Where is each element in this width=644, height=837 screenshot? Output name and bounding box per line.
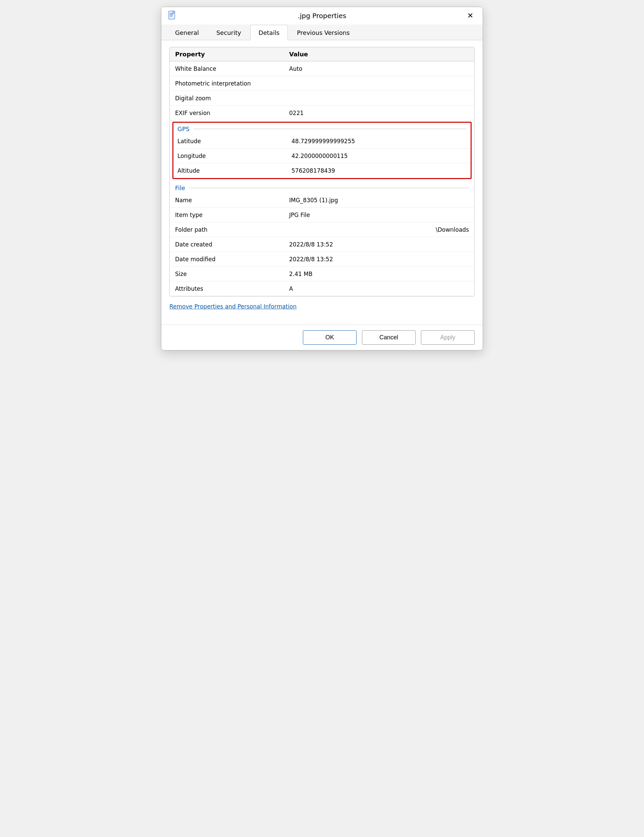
table-row: Attributes A bbox=[170, 281, 474, 296]
tab-details[interactable]: Details bbox=[250, 25, 288, 40]
row-label: Latitude bbox=[177, 138, 291, 144]
table-row: Item type JPG File bbox=[170, 208, 474, 222]
table-row: Size 2.41 MB bbox=[170, 267, 474, 281]
tabs-bar: General Security Details Previous Versio… bbox=[161, 25, 483, 40]
table-row: Longitude 42.2000000000115 bbox=[173, 149, 471, 163]
tab-general[interactable]: General bbox=[167, 25, 207, 40]
remove-properties-link[interactable]: Remove Properties and Personal Informati… bbox=[169, 303, 297, 310]
row-value: JPG File bbox=[289, 212, 469, 218]
gps-section-header: GPS bbox=[173, 123, 471, 134]
cancel-button[interactable]: Cancel bbox=[362, 330, 416, 345]
table-row: White Balance Auto bbox=[170, 61, 474, 76]
table-row: Digital zoom bbox=[170, 91, 474, 106]
gps-section-label: GPS bbox=[177, 125, 467, 133]
apply-button[interactable]: Apply bbox=[421, 330, 475, 345]
table-header: Property Value bbox=[170, 47, 474, 61]
title-bar: .jpg Properties ✕ bbox=[161, 7, 483, 25]
dialog-title: .jpg Properties bbox=[298, 12, 347, 20]
table-row: EXIF version 0221 bbox=[170, 106, 474, 120]
row-value: 2022/8/8 13:52 bbox=[289, 241, 469, 248]
file-section-label: File bbox=[175, 184, 469, 192]
row-label: Date modified bbox=[175, 256, 289, 263]
row-label: Item type bbox=[175, 212, 289, 218]
properties-dialog: .jpg Properties ✕ General Security Detai… bbox=[161, 7, 483, 350]
table-row: Name IMG_8305 (1).jpg bbox=[170, 193, 474, 208]
row-label: White Balance bbox=[175, 66, 289, 72]
table-row: Photometric interpretation bbox=[170, 76, 474, 91]
gps-section-highlight: GPS Latitude 48.729999999999255 Longitud… bbox=[172, 122, 472, 179]
file-icon bbox=[168, 10, 179, 21]
table-row: Folder path \Downloads bbox=[170, 222, 474, 237]
row-value: 48.729999999999255 bbox=[291, 138, 467, 144]
table-row: Altitude 576208178439 bbox=[173, 163, 471, 178]
row-label: Date created bbox=[175, 241, 289, 248]
file-section-header: File bbox=[170, 181, 474, 193]
row-label: Size bbox=[175, 271, 289, 277]
tab-previous-versions[interactable]: Previous Versions bbox=[288, 25, 358, 40]
row-label: Folder path bbox=[175, 226, 289, 233]
table-row: Latitude 48.729999999999255 bbox=[173, 134, 471, 149]
svg-rect-3 bbox=[170, 16, 172, 16]
properties-table: Property Value White Balance Auto Photom… bbox=[169, 47, 475, 297]
row-label: Longitude bbox=[177, 153, 291, 159]
svg-rect-2 bbox=[170, 15, 173, 15]
header-property: Property bbox=[175, 51, 289, 57]
header-value: Value bbox=[289, 51, 308, 57]
row-label: Photometric interpretation bbox=[175, 80, 289, 87]
row-value: A bbox=[289, 286, 469, 292]
buttons-row: OK Cancel Apply bbox=[161, 325, 483, 350]
ok-button[interactable]: OK bbox=[303, 330, 356, 345]
table-body[interactable]: White Balance Auto Photometric interpret… bbox=[170, 61, 474, 296]
row-value: 2.41 MB bbox=[289, 271, 469, 277]
row-value: 42.2000000000115 bbox=[291, 153, 467, 159]
row-value: IMG_8305 (1).jpg bbox=[289, 197, 469, 204]
row-label: Attributes bbox=[175, 286, 289, 292]
close-button[interactable]: ✕ bbox=[465, 11, 476, 21]
row-value: 0221 bbox=[289, 110, 469, 117]
table-row: Date modified 2022/8/8 13:52 bbox=[170, 252, 474, 267]
row-value: Auto bbox=[289, 66, 469, 72]
table-row: Date created 2022/8/8 13:52 bbox=[170, 237, 474, 252]
row-label: Digital zoom bbox=[175, 95, 289, 102]
svg-rect-4 bbox=[173, 11, 175, 13]
row-label: EXIF version bbox=[175, 110, 289, 117]
row-label: Altitude bbox=[177, 167, 291, 174]
row-label: Name bbox=[175, 197, 289, 204]
row-value: \Downloads bbox=[289, 226, 469, 233]
row-value: 2022/8/8 13:52 bbox=[289, 256, 469, 263]
tab-security[interactable]: Security bbox=[208, 25, 250, 40]
tab-content: Property Value White Balance Auto Photom… bbox=[161, 40, 483, 325]
row-value: 576208178439 bbox=[291, 167, 467, 174]
